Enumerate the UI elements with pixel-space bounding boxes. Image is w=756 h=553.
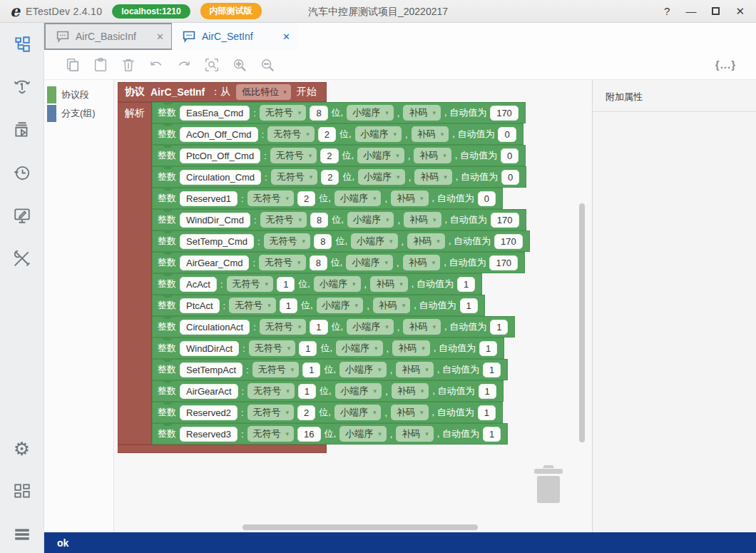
code-dropdown[interactable]: 补码 — [370, 276, 408, 292]
bits-input[interactable]: 2 — [321, 170, 339, 185]
field-row[interactable]: 整数 Reserved3 : 无符号 16 位, 小端序 , 补码 — [152, 423, 508, 445]
bits-input[interactable]: 8 — [314, 234, 332, 249]
bits-input[interactable]: 1 — [310, 320, 327, 335]
endian-dropdown[interactable]: 小端序 — [355, 126, 402, 142]
toolbox-item-protocol-segment[interactable]: 协议段 — [44, 86, 113, 104]
sign-dropdown[interactable]: 无符号 — [271, 169, 318, 185]
sign-dropdown[interactable]: 无符号 — [252, 362, 300, 377]
sign-dropdown[interactable]: 无符号 — [259, 255, 306, 270]
bits-input[interactable]: 8 — [310, 213, 328, 228]
field-name-input[interactable]: Reserved2 — [180, 405, 237, 420]
paste-icon[interactable] — [92, 56, 109, 73]
auto-value-input[interactable]: 1 — [490, 320, 508, 335]
sign-dropdown[interactable]: 无符号 — [249, 340, 296, 356]
auto-value-input[interactable]: 0 — [478, 191, 496, 206]
trash-icon[interactable] — [530, 464, 567, 509]
code-dropdown[interactable]: 补码 — [407, 233, 445, 249]
auto-value-input[interactable]: 170 — [494, 234, 523, 249]
touch-gesture-icon[interactable] — [12, 77, 32, 97]
bits-input[interactable]: 16 — [297, 427, 320, 442]
field-row[interactable]: 整数 CirculationAct : 无符号 1 位, 小端序 , 补码 — [152, 316, 515, 338]
field-name-input[interactable]: Reserved3 — [180, 427, 237, 442]
bits-input[interactable]: 8 — [310, 255, 327, 270]
field-name-input[interactable]: PtcOn_Off_Cmd — [180, 148, 260, 163]
bits-input[interactable]: 2 — [320, 148, 338, 163]
endian-dropdown[interactable]: 小端序 — [347, 319, 394, 335]
bits-input[interactable]: 2 — [297, 405, 315, 420]
bits-input[interactable]: 1 — [299, 341, 317, 356]
sign-dropdown[interactable]: 无符号 — [247, 191, 295, 206]
field-name-input[interactable]: SetTempAct — [180, 362, 242, 377]
sign-dropdown[interactable]: 无符号 — [247, 426, 295, 442]
tab-close-icon[interactable]: ✕ — [156, 31, 164, 42]
code-dropdown[interactable]: 补码 — [396, 426, 434, 442]
minimize-button[interactable]: — — [685, 6, 696, 16]
field-row[interactable]: 整数 Reserved2 : 无符号 2 位, 小端序 , 补码 — [152, 402, 503, 423]
bits-input[interactable]: 1 — [277, 277, 295, 292]
endian-dropdown[interactable]: 小端序 — [314, 276, 361, 292]
zoom-out-icon[interactable] — [259, 56, 276, 73]
block-canvas[interactable]: 协议 AirC_SetInf ：从 低比特位 开始 解析 — [114, 80, 592, 532]
auto-value-input[interactable]: 0 — [498, 127, 516, 142]
tab-airc-basicinf[interactable]: AirC_BasicInf ✕ — [46, 24, 171, 49]
protocol-block-footer[interactable] — [118, 445, 327, 453]
auto-value-input[interactable]: 1 — [479, 384, 496, 399]
tab-close-icon[interactable]: ✕ — [282, 31, 290, 42]
auto-value-input[interactable]: 0 — [501, 170, 519, 185]
settings-gear-icon[interactable]: ⚙ — [12, 439, 32, 459]
sign-dropdown[interactable]: 无符号 — [264, 233, 311, 249]
close-button[interactable]: ✕ — [735, 6, 745, 16]
auto-value-input[interactable]: 1 — [460, 298, 478, 313]
endian-dropdown[interactable]: 小端序 — [351, 233, 398, 249]
endian-dropdown[interactable]: 小端序 — [317, 298, 364, 313]
delete-icon[interactable] — [120, 56, 137, 73]
protocol-block[interactable]: 协议 AirC_SetInf ：从 低比特位 开始 解析 — [118, 82, 530, 453]
field-name-input[interactable]: WindDirAct — [180, 341, 239, 356]
field-row[interactable]: 整数 WindDir_Cmd : 无符号 8 位, 小端序 , 补码 — [152, 209, 526, 230]
sign-dropdown[interactable]: 无符号 — [247, 405, 295, 420]
code-dropdown[interactable]: 补码 — [414, 148, 451, 163]
endian-dropdown[interactable]: 小端序 — [335, 383, 382, 399]
endian-dropdown[interactable]: 小端序 — [334, 191, 382, 206]
field-name-input[interactable]: CirculationAct — [180, 320, 250, 335]
maximize-button[interactable] — [712, 6, 720, 16]
code-dropdown[interactable]: 补码 — [373, 298, 411, 313]
protocol-tree-icon[interactable] — [12, 34, 32, 54]
field-row[interactable]: 整数 PtcOn_Off_Cmd : 无符号 2 位, 小端序 , 补码 — [152, 145, 526, 166]
endian-dropdown[interactable]: 小端序 — [357, 148, 404, 163]
field-row[interactable]: 整数 Reserved1 : 无符号 2 位, 小端序 , 补码 — [152, 188, 503, 209]
auto-value-input[interactable]: 1 — [457, 277, 475, 292]
endian-dropdown[interactable]: 小端序 — [339, 426, 387, 442]
field-row[interactable]: 整数 PtcAct : 无符号 1 位, 小端序 , 补码 — [152, 295, 485, 316]
field-name-input[interactable]: EasEna_Cmd — [180, 106, 250, 121]
vertical-scrollbar[interactable] — [579, 203, 585, 442]
auto-value-input[interactable]: 1 — [479, 341, 497, 356]
code-dropdown[interactable]: 补码 — [414, 169, 452, 185]
auto-value-input[interactable]: 1 — [478, 405, 496, 420]
tools-icon[interactable] — [12, 248, 32, 268]
code-dropdown[interactable]: 补码 — [396, 362, 434, 377]
sign-dropdown[interactable]: 无符号 — [270, 148, 317, 163]
auto-value-input[interactable]: 1 — [483, 427, 501, 442]
auto-value-input[interactable]: 1 — [483, 362, 501, 377]
code-dropdown[interactable]: 补码 — [391, 191, 429, 206]
sign-dropdown[interactable]: 无符号 — [229, 298, 276, 313]
horizontal-scrollbar[interactable] — [242, 524, 478, 530]
code-view-icon[interactable]: {...} — [715, 59, 736, 71]
zoom-fit-icon[interactable] — [203, 56, 220, 73]
field-row[interactable]: 整数 AirGearAct : 无符号 1 位, 小端序 , 补码 — [152, 380, 504, 402]
field-name-input[interactable]: AcOn_Off_Cmd — [180, 127, 258, 142]
field-row[interactable]: 整数 AcAct : 无符号 1 位, 小端序 , 补码 — [152, 273, 482, 295]
endian-dropdown[interactable]: 小端序 — [358, 169, 405, 185]
field-row[interactable]: 整数 SetTempAct : 无符号 1 位, 小端序 , 补码 — [152, 359, 508, 380]
field-name-input[interactable]: Circulation_Cmd — [180, 170, 261, 185]
sign-dropdown[interactable]: 无符号 — [227, 276, 274, 292]
sign-dropdown[interactable]: 无符号 — [260, 212, 307, 228]
code-dropdown[interactable]: 补码 — [392, 340, 430, 356]
endian-dropdown[interactable]: 小端序 — [339, 362, 387, 377]
field-row[interactable]: 整数 SetTemp_Cmd : 无符号 8 位, 小端序 , 补码 — [152, 230, 530, 252]
sign-dropdown[interactable]: 无符号 — [260, 319, 307, 335]
bits-input[interactable]: 8 — [310, 106, 327, 121]
auto-value-input[interactable]: 170 — [491, 213, 519, 228]
field-row[interactable]: 整数 WindDirAct : 无符号 1 位, 小端序 , 补码 — [152, 338, 504, 359]
